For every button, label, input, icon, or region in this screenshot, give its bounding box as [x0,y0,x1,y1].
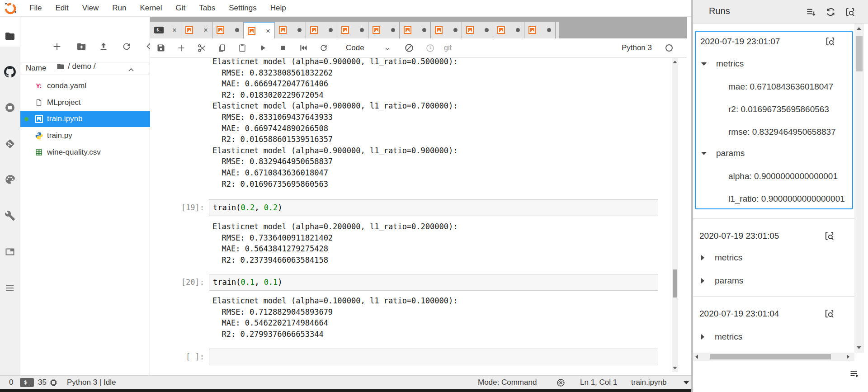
paste-cells-button[interactable] [237,43,247,53]
running-sessions-icon[interactable] [5,102,15,115]
tab-notebook[interactable] [275,22,306,38]
restart-kernel-button[interactable] [319,43,329,53]
cell-type-dropdown[interactable]: Code [346,38,364,57]
kernels-count[interactable]: 35 [38,376,47,389]
menu-item-git[interactable]: Git [169,0,193,17]
open-mlflow-icon[interactable] [845,7,855,17]
metrics-section[interactable]: metrics [715,332,742,342]
cut-cells-button[interactable] [197,43,207,53]
sort-runs-icon[interactable] [806,7,816,17]
scroll-down-icon[interactable] [673,367,677,369]
menu-item-kernel[interactable]: Kernel [133,0,169,17]
menu-item-settings[interactable]: Settings [222,0,263,17]
run-detail-icon[interactable] [824,231,835,241]
caret-right-icon[interactable] [701,334,704,340]
scrollbar-thumb[interactable] [673,269,677,298]
circled-x-icon[interactable] [556,378,566,390]
expand-panel-icon[interactable] [849,368,860,381]
caret-down-icon[interactable] [684,381,689,384]
terminals-count[interactable]: 0 [9,376,13,389]
menu-item-help[interactable]: Help [264,0,293,17]
mode-indicator[interactable]: Mode: Command [478,376,537,389]
git-toolbar-label[interactable]: git [444,38,452,57]
kernel-status-icon[interactable] [665,44,673,52]
menu-item-tabs[interactable]: Tabs [192,0,222,17]
scrollbar-thumb[interactable] [710,354,831,359]
enable-extension-icon[interactable] [404,43,414,53]
caret-right-icon[interactable] [701,278,704,283]
file-row-train-py[interactable]: train.py [20,128,150,144]
upload-icon[interactable] [99,42,108,52]
metrics-section[interactable]: metrics [715,253,742,263]
tab-notebook[interactable] [368,22,400,38]
tab-notebook[interactable] [212,22,244,38]
tab-notebook[interactable] [431,22,462,38]
sort-caret-icon[interactable] [128,66,134,74]
insert-cell-button[interactable] [176,43,186,53]
command-palette-icon[interactable] [4,174,16,187]
run-detail-icon[interactable] [825,36,835,47]
file-row-mlproject[interactable]: MLproject [20,94,150,111]
code-cell-input[interactable]: train(0.2, 0.2) [209,199,658,216]
save-button[interactable] [156,43,166,53]
copy-cells-button[interactable] [217,43,227,53]
tab-notebook[interactable] [493,22,524,38]
params-section[interactable]: params [716,148,745,158]
kernel-status-text[interactable]: Python 3 | Idle [67,376,116,389]
caret-down-icon[interactable] [701,152,707,155]
file-row-wine-quality-csv[interactable]: wine-quality.csv [20,144,150,161]
file-row-train-ipynb[interactable]: train.ipynb [20,111,150,127]
code-cell-input[interactable]: train(0.1, 0.1) [209,274,658,291]
scrollbar-thumb[interactable] [856,36,863,71]
active-file-name[interactable]: train.ipynb [631,376,666,389]
empty-code-cell-input[interactable] [209,349,658,365]
execution-time-icon[interactable] [425,43,435,53]
menu-item-edit[interactable]: Edit [48,0,75,17]
new-launcher-icon[interactable] [52,42,62,52]
menu-item-view[interactable]: View [75,0,106,17]
table-of-contents-icon[interactable] [5,283,15,295]
tab-notebook[interactable] [337,22,368,38]
restart-run-all-button[interactable] [298,43,308,53]
run-card[interactable]: 2020-07-19 23:01:07 metrics mae: 0.67108… [695,31,853,209]
notebook-content[interactable]: Elasticnet model (alpha=0.900000, l1_rat… [150,58,672,372]
kernel-chip-icon[interactable] [49,378,58,390]
open-tabs-icon[interactable] [5,246,15,259]
github-icon[interactable] [4,66,16,80]
metrics-section[interactable]: metrics [716,59,744,69]
run-card[interactable]: 2020-07-19 23:01:05 metrics params [693,219,854,296]
close-icon[interactable]: × [203,26,208,34]
params-section[interactable]: params [715,276,743,286]
tab-notebook[interactable] [524,22,556,38]
terminal-icon[interactable]: $_ [20,378,34,387]
scroll-left-icon[interactable] [695,354,698,359]
menu-item-file[interactable]: File [23,0,48,17]
tab-notebook[interactable]: × [181,22,212,38]
run-detail-icon[interactable] [824,308,835,319]
tab-notebook[interactable] [462,22,493,38]
scroll-down-icon[interactable] [857,346,861,349]
file-browser-icon[interactable] [5,31,15,43]
refresh-file-list-icon[interactable] [122,42,132,52]
scroll-right-icon[interactable] [847,354,849,359]
interrupt-kernel-button[interactable] [278,43,288,53]
tab-notebook[interactable] [306,22,337,38]
refresh-runs-icon[interactable] [826,7,836,17]
kernel-name[interactable]: Python 3 [622,38,652,57]
scroll-up-icon[interactable] [857,27,861,30]
cursor-position[interactable]: Ln 1, Col 1 [580,376,617,389]
menu-item-run[interactable]: Run [105,0,133,17]
run-cell-button[interactable] [258,43,268,53]
run-card[interactable]: 2020-07-19 23:01:04 metrics [693,297,854,353]
new-folder-icon[interactable] [76,42,86,52]
tab-notebook[interactable]: × [244,22,275,38]
chevron-down-icon[interactable] [382,44,392,54]
notebook-scrollbar[interactable] [672,58,678,372]
tab-notebook[interactable] [400,22,431,38]
tab-terminal[interactable]: $_× [150,22,181,38]
property-inspector-icon[interactable] [5,210,15,223]
file-list-header[interactable]: Name [20,62,150,75]
runs-horizontal-scrollbar[interactable] [693,353,854,361]
runs-vertical-scrollbar[interactable] [854,24,864,353]
name-column-header[interactable]: Name [26,64,46,73]
